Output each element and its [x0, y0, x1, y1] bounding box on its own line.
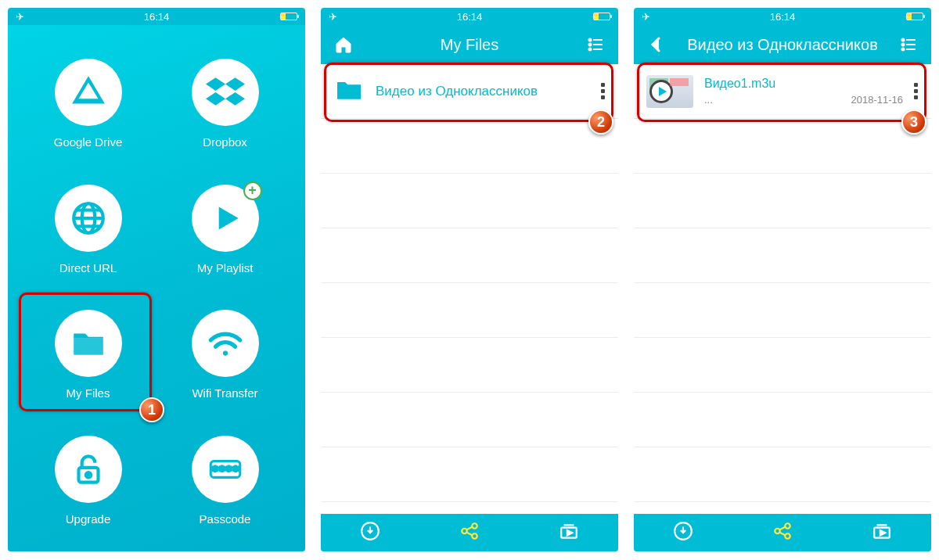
svg-point-23 [589, 48, 592, 51]
folder-row[interactable]: Видео из Одноклассников [321, 64, 618, 119]
svg-point-19 [589, 39, 592, 41]
grid-passcode[interactable]: **** Passcode [160, 425, 290, 536]
svg-point-14 [222, 351, 227, 356]
tab-downloads[interactable] [673, 521, 693, 544]
svg-point-36 [902, 44, 905, 46]
file-name: Видео1.m3u [704, 77, 903, 91]
clock: 16:14 [144, 11, 170, 23]
svg-point-28 [472, 533, 477, 539]
svg-marker-11 [218, 206, 238, 229]
grid-label: Direct URL [59, 261, 117, 275]
svg-point-41 [775, 529, 780, 534]
status-bar: ✈ 16:14 [634, 8, 931, 25]
svg-marker-32 [567, 530, 572, 536]
svg-text:****: **** [211, 463, 239, 476]
grid-my-playlist[interactable]: + My Playlist [160, 174, 290, 285]
grid-label: Passcode [200, 512, 251, 526]
wifi-icon [192, 310, 259, 377]
grid-wifi-transfer[interactable]: Wifi Transfer [160, 300, 290, 411]
step-badge-1: 1 [139, 397, 164, 422]
tab-player[interactable] [872, 521, 892, 544]
grid-label: My Playlist [197, 261, 254, 275]
lock-icon [55, 436, 122, 503]
svg-point-27 [472, 523, 477, 529]
empty-area [321, 119, 618, 514]
grid-direct-url[interactable]: Direct URL [23, 174, 153, 285]
grid-label: My Files [67, 386, 110, 400]
google-drive-icon [55, 59, 122, 126]
status-bar: ✈ 16:14 [321, 8, 618, 25]
grid-my-files[interactable]: My Files [23, 300, 153, 411]
battery-icon [593, 13, 610, 20]
battery-icon [906, 13, 923, 20]
svg-point-34 [902, 39, 905, 41]
file-date: 2018-11-16 [851, 94, 904, 106]
folder-icon [55, 310, 122, 377]
phone-screen-1: ✈ 16:14 Google Drive Dropbox Direct URL [8, 8, 305, 551]
file-sub: ... [704, 94, 713, 106]
passcode-icon: **** [192, 436, 259, 503]
globe-icon [55, 185, 122, 252]
svg-line-29 [466, 527, 473, 530]
step-badge-2: 2 [588, 109, 613, 135]
tab-player[interactable] [559, 521, 579, 544]
back-icon[interactable] [645, 35, 668, 54]
svg-point-21 [589, 44, 592, 46]
nav-bar: Видео из Одноклассников [634, 25, 931, 64]
svg-point-26 [462, 529, 467, 534]
home-grid: Google Drive Dropbox Direct URL + My Pla… [8, 25, 305, 551]
tab-share[interactable] [772, 521, 793, 544]
bottom-tabs [634, 514, 931, 551]
play-icon [649, 80, 673, 103]
folder-name: Видео из Одноклассников [376, 84, 590, 99]
svg-marker-5 [225, 92, 245, 106]
svg-marker-4 [206, 92, 225, 106]
svg-marker-2 [206, 77, 225, 91]
bottom-tabs [321, 514, 618, 551]
phone-screen-2: ✈ 16:14 My Files Видео из Одноклассников… [321, 8, 618, 551]
svg-point-43 [785, 533, 790, 539]
nav-bar: My Files [321, 25, 618, 64]
grid-dropbox[interactable]: Dropbox [160, 48, 290, 159]
grid-label: Upgrade [66, 512, 111, 526]
tab-share[interactable] [459, 521, 480, 544]
dropbox-icon [192, 59, 259, 126]
airplane-mode-icon: ✈ [329, 11, 337, 23]
nav-title: Видео из Одноклассников [668, 36, 897, 54]
svg-line-45 [779, 533, 786, 536]
clock: 16:14 [770, 11, 796, 23]
svg-rect-13 [74, 339, 103, 355]
svg-line-30 [466, 533, 473, 536]
folder-icon [333, 74, 365, 109]
airplane-mode-icon: ✈ [16, 11, 24, 23]
svg-point-42 [785, 523, 790, 529]
svg-point-16 [85, 472, 90, 477]
home-icon[interactable] [332, 35, 355, 54]
file-row[interactable]: Видео1.m3u ... 2018-11-16 [634, 64, 931, 119]
more-icon[interactable] [601, 83, 606, 99]
clock: 16:14 [457, 11, 483, 23]
tab-downloads[interactable] [360, 521, 380, 544]
file-list: Видео из Одноклассников 2 [321, 64, 618, 514]
grid-upgrade[interactable]: Upgrade [23, 425, 153, 536]
nav-title: My Files [355, 36, 584, 54]
video-thumbnail [646, 75, 693, 108]
svg-marker-3 [225, 77, 245, 91]
grid-label: Google Drive [54, 135, 123, 149]
status-bar: ✈ 16:14 [8, 8, 305, 25]
phone-screen-3: ✈ 16:14 Видео из Одноклассников Видео1.m… [634, 8, 931, 551]
empty-area [634, 119, 931, 514]
battery-icon [280, 13, 297, 20]
list-menu-icon[interactable] [897, 35, 920, 54]
more-icon[interactable] [914, 83, 919, 99]
step-badge-3: 3 [901, 109, 926, 135]
grid-label: Wifi Transfer [192, 386, 257, 400]
svg-point-38 [902, 48, 905, 51]
list-menu-icon[interactable] [584, 35, 607, 54]
play-icon: + [192, 185, 259, 252]
plus-badge-icon: + [243, 181, 262, 200]
grid-label: Dropbox [203, 135, 247, 149]
file-list: Видео1.m3u ... 2018-11-16 3 [634, 64, 931, 514]
airplane-mode-icon: ✈ [642, 11, 650, 23]
grid-google-drive[interactable]: Google Drive [23, 48, 153, 159]
